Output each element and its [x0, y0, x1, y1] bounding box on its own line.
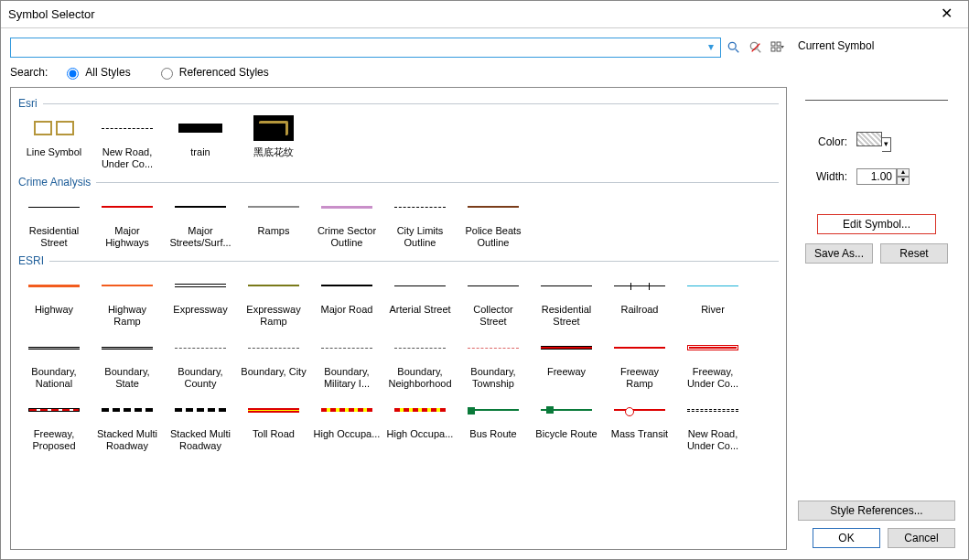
- symbol-swatch: [610, 395, 669, 425]
- search-dropdown-icon[interactable]: ▾: [704, 40, 718, 55]
- symbol-item[interactable]: 黑底花纹: [238, 112, 309, 172]
- symbol-swatch: [25, 192, 83, 221]
- symbol-item[interactable]: train: [165, 112, 236, 172]
- symbol-item[interactable]: Stacked Multi Roadway Ramp: [165, 393, 236, 454]
- symbol-label: Stacked Multi Roadway Ramp: [167, 428, 234, 452]
- symbol-item[interactable]: Boundary, County: [165, 331, 236, 392]
- width-spin-down[interactable]: ▼: [897, 177, 910, 185]
- width-label: Width:: [802, 170, 847, 183]
- symbol-item[interactable]: Arterial Street: [384, 269, 456, 329]
- symbol-label: Boundary, Neighborhood: [386, 366, 454, 390]
- view-options-icon[interactable]: [769, 38, 787, 57]
- symbol-item[interactable]: Freeway Ramp: [604, 331, 675, 392]
- symbol-swatch: [318, 333, 376, 362]
- symbol-item[interactable]: Major Highways: [92, 190, 163, 251]
- symbol-item[interactable]: Expressway Ramp: [238, 269, 309, 329]
- symbol-swatch: [537, 271, 596, 300]
- cancel-button[interactable]: Cancel: [888, 528, 955, 548]
- search-input[interactable]: [11, 38, 702, 57]
- symbol-label: Collector Street: [459, 304, 527, 328]
- symbol-item[interactable]: Boundary, State: [92, 331, 163, 392]
- symbol-label: Line Symbol: [27, 146, 82, 158]
- style-references-button[interactable]: Style References...: [798, 501, 955, 521]
- symbol-item[interactable]: Residential Street: [18, 190, 90, 251]
- svg-point-0: [728, 42, 736, 49]
- symbol-swatch: [464, 271, 522, 300]
- reset-button[interactable]: Reset: [880, 243, 948, 264]
- symbol-item[interactable]: High Occupa...: [384, 393, 456, 454]
- symbol-item[interactable]: High Occupa...: [311, 393, 382, 454]
- symbol-swatch: [171, 192, 230, 221]
- symbol-label: Boundary, National: [20, 366, 88, 390]
- right-panel: Current Symbol Color: ▾ Width: ▲▼ Edit S…: [794, 38, 959, 550]
- symbol-label: Highway: [35, 304, 73, 316]
- symbol-item[interactable]: Freeway: [531, 331, 602, 392]
- symbol-swatch: [391, 395, 449, 425]
- symbol-item[interactable]: Residential Street: [531, 269, 602, 329]
- symbol-item[interactable]: Major Streets/Surf...: [165, 190, 236, 251]
- symbol-item[interactable]: Boundary, Neighborhood: [384, 331, 456, 392]
- symbol-item[interactable]: Bicycle Route: [531, 393, 602, 454]
- symbol-item[interactable]: New Road, Under Co...: [677, 393, 748, 454]
- symbol-item[interactable]: New Road, Under Co...: [92, 112, 163, 172]
- symbol-item[interactable]: Bus Route: [458, 393, 529, 454]
- edit-symbol-button[interactable]: Edit Symbol...: [817, 214, 936, 234]
- svg-rect-5: [771, 42, 775, 46]
- symbol-label: Residential Street: [20, 225, 88, 249]
- symbol-item[interactable]: Ramps: [238, 190, 309, 251]
- symbol-item[interactable]: Major Road: [311, 269, 382, 329]
- symbol-item[interactable]: Police Beats Outline: [458, 190, 529, 251]
- symbol-item[interactable]: Boundary, National: [18, 331, 90, 392]
- symbol-item[interactable]: Stacked Multi Roadway: [92, 393, 163, 454]
- symbol-label: Boundary, City: [241, 366, 306, 378]
- symbol-swatch: [171, 271, 230, 300]
- symbol-item[interactable]: Boundary, City: [238, 331, 309, 392]
- clear-search-icon[interactable]: [747, 38, 765, 57]
- close-icon[interactable]: ✕: [931, 4, 961, 26]
- symbol-swatch: [98, 395, 156, 425]
- symbol-label: High Occupa...: [387, 428, 454, 440]
- symbol-list[interactable]: EsriLine SymbolNew Road, Under Co...trai…: [10, 87, 787, 550]
- radio-all-styles[interactable]: All Styles: [62, 65, 130, 80]
- symbol-swatch: [464, 395, 522, 425]
- color-swatch[interactable]: [856, 132, 882, 146]
- symbol-label: Residential Street: [533, 304, 600, 328]
- symbol-item[interactable]: City Limits Outline: [384, 190, 456, 251]
- symbol-item[interactable]: Boundary, Township: [458, 331, 529, 392]
- symbol-item[interactable]: Highway: [18, 269, 90, 329]
- symbol-swatch: [98, 113, 156, 143]
- symbol-item[interactable]: Toll Road: [238, 393, 309, 454]
- symbol-item[interactable]: Railroad: [604, 269, 675, 329]
- symbol-swatch: [244, 192, 303, 221]
- symbol-label: Boundary, County: [167, 366, 234, 390]
- color-dropdown-icon[interactable]: ▾: [882, 137, 891, 152]
- symbol-item[interactable]: Boundary, Military I...: [311, 331, 382, 392]
- ok-button[interactable]: OK: [813, 528, 880, 548]
- current-symbol-header: Current Symbol: [798, 39, 955, 52]
- current-symbol-preview: [805, 100, 948, 101]
- symbol-item[interactable]: Highway Ramp: [92, 269, 163, 329]
- symbol-swatch: [171, 395, 230, 425]
- symbol-item[interactable]: Line Symbol: [18, 112, 90, 172]
- symbol-item[interactable]: River: [677, 269, 748, 329]
- symbol-item[interactable]: Expressway: [165, 269, 236, 329]
- symbol-item[interactable]: Freeway, Under Co...: [677, 331, 748, 392]
- symbol-item[interactable]: Collector Street: [458, 269, 529, 329]
- symbol-label: Police Beats Outline: [459, 225, 527, 249]
- symbol-swatch: [391, 333, 449, 362]
- symbol-swatch: [244, 271, 303, 300]
- symbol-swatch: [98, 333, 156, 362]
- symbol-item[interactable]: Freeway, Proposed: [18, 393, 90, 454]
- symbol-item[interactable]: Mass Transit: [604, 393, 675, 454]
- width-input[interactable]: [856, 168, 897, 185]
- group-header: ESRI: [18, 251, 779, 269]
- search-input-container: ▾: [10, 38, 721, 58]
- radio-referenced-styles[interactable]: Referenced Styles: [156, 65, 269, 80]
- save-as-button[interactable]: Save As...: [805, 243, 873, 264]
- symbol-swatch: [318, 192, 376, 221]
- search-icon[interactable]: [725, 38, 743, 57]
- width-spin-up[interactable]: ▲: [897, 168, 910, 177]
- symbol-swatch: [98, 192, 156, 221]
- symbol-item[interactable]: Crime Sector Outline: [311, 190, 382, 251]
- symbol-swatch: [244, 395, 303, 425]
